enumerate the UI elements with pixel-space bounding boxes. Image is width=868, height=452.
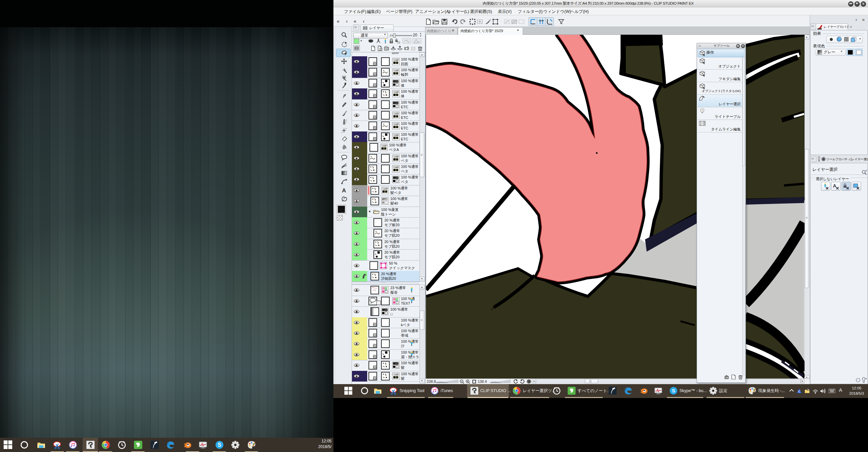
svg-text:S: S bbox=[672, 388, 675, 393]
svg-text:A: A bbox=[342, 188, 346, 194]
svg-text:A: A bbox=[833, 183, 836, 189]
svg-text:S: S bbox=[218, 442, 221, 448]
